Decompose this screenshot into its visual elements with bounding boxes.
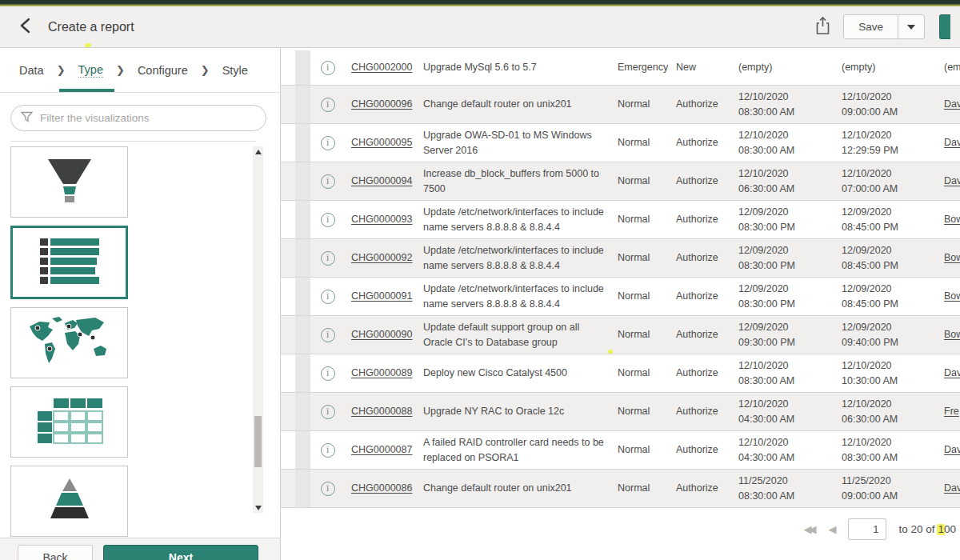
- assigned-to-link[interactable]: Bow: [938, 212, 960, 227]
- info-icon[interactable]: i: [321, 405, 335, 419]
- viz-thumb-map[interactable]: [10, 307, 128, 378]
- viz-thumb-funnel[interactable]: [10, 146, 128, 218]
- row-gutter: [295, 162, 310, 200]
- priority-value: Normal: [611, 97, 670, 112]
- step-configure[interactable]: Configure: [138, 48, 188, 92]
- state-value: Authorize: [670, 174, 732, 189]
- planned-start-date: 12/09/2020 09:30:00 PM: [732, 320, 835, 350]
- planned-start-date: 12/09/2020 08:30:00 PM: [732, 282, 835, 312]
- table-row[interactable]: i CHG0000086 Change default router on un…: [281, 470, 960, 508]
- assigned-to-link[interactable]: Dav: [938, 481, 960, 496]
- pagination-bar: ◀◀ ◀ to 20 of 100: [281, 508, 960, 550]
- scroll-down-icon[interactable]: [253, 502, 263, 513]
- table-row[interactable]: i CHG0000091 Update /etc/network/interfa…: [281, 278, 960, 316]
- table-row[interactable]: i CHG0000087 A failed RAID controller ca…: [281, 431, 960, 470]
- priority-value: Normal: [611, 404, 670, 419]
- scroll-up-icon[interactable]: [253, 146, 263, 157]
- assigned-to-link[interactable]: Dav: [938, 174, 960, 189]
- planned-end-date: 11/25/2020 09:00:00 AM: [835, 474, 938, 504]
- info-icon[interactable]: i: [321, 98, 335, 112]
- back-button[interactable]: Back: [18, 545, 93, 560]
- record-number-link[interactable]: CHG0000088: [345, 404, 417, 419]
- table-row[interactable]: i CHG0000092 Update /etc/network/interfa…: [281, 239, 960, 278]
- table-row[interactable]: i CHG0000093 Update /etc/network/interfa…: [281, 201, 960, 239]
- app-header: Create a report Save: [0, 6, 960, 48]
- step-data[interactable]: Data: [19, 48, 44, 92]
- row-gutter: [295, 239, 310, 277]
- chevron-right-icon: [201, 48, 210, 92]
- planned-start-date: 12/10/2020 04:30:00 AM: [732, 397, 835, 427]
- assigned-to-link[interactable]: Bow: [938, 327, 960, 342]
- info-icon[interactable]: i: [321, 482, 335, 496]
- record-number-link[interactable]: CHG0000091: [345, 289, 417, 304]
- clipped-primary-button[interactable]: [939, 14, 950, 39]
- assigned-to-link[interactable]: Bow: [938, 250, 960, 266]
- info-icon[interactable]: i: [321, 213, 335, 227]
- viz-list-scrollbar[interactable]: [253, 146, 263, 513]
- assigned-to-link[interactable]: Dav: [938, 366, 960, 381]
- step-type[interactable]: Type: [78, 48, 103, 92]
- next-button[interactable]: Next: [103, 545, 258, 560]
- state-value: Authorize: [670, 212, 732, 227]
- record-number-link[interactable]: CHG0000086: [345, 481, 417, 496]
- info-icon[interactable]: i: [321, 61, 335, 75]
- assigned-to-link[interactable]: Dav: [938, 97, 960, 112]
- state-value: Authorize: [670, 250, 732, 266]
- row-left-margin: [281, 162, 295, 200]
- planned-start-date: 12/09/2020 08:30:00 PM: [732, 205, 835, 235]
- record-number-link[interactable]: CHG0000087: [345, 442, 417, 458]
- row-left-margin: [281, 393, 295, 430]
- scrollbar-thumb[interactable]: [254, 416, 262, 467]
- table-row[interactable]: i CHG0000089 Deploy new Cisco Catalyst 4…: [281, 354, 960, 393]
- assigned-to-link[interactable]: Bow: [938, 289, 960, 304]
- planned-start-date: (empty): [732, 60, 835, 75]
- planned-end-date: 12/10/2020 08:30:00 AM: [835, 435, 938, 466]
- record-number-link[interactable]: CHG0000093: [345, 212, 417, 227]
- table-row[interactable]: i CHG0000095 Upgrade OWA-SD-01 to MS Win…: [281, 124, 960, 162]
- record-number-link[interactable]: CHG0000090: [345, 327, 417, 342]
- record-number-link[interactable]: CHG0002000: [345, 60, 417, 75]
- assigned-to-link[interactable]: Dav: [938, 442, 960, 458]
- info-icon[interactable]: i: [321, 328, 335, 342]
- assigned-to-link[interactable]: Dav: [938, 135, 960, 150]
- back-arrow-button[interactable]: [14, 17, 35, 38]
- assigned-to-link[interactable]: Fre: [938, 404, 960, 419]
- viz-thumb-pivot-table[interactable]: [10, 386, 128, 458]
- chevron-right-icon: [116, 48, 125, 92]
- share-button[interactable]: [814, 14, 832, 39]
- filter-visualizations-box: [10, 105, 266, 131]
- filter-visualizations-input[interactable]: [40, 112, 256, 124]
- viz-thumb-list[interactable]: [10, 226, 128, 299]
- record-number-link[interactable]: CHG0000096: [345, 97, 417, 112]
- priority-value: Normal: [611, 212, 670, 227]
- table-row[interactable]: i CHG0002000 Upgrade MySql 5.6 to 5.7 Em…: [281, 50, 960, 86]
- previous-page-button[interactable]: ◀: [828, 523, 836, 535]
- table-row[interactable]: i CHG0000096 Change default router on un…: [281, 86, 960, 124]
- info-icon[interactable]: i: [321, 136, 335, 150]
- row-gutter: [295, 470, 310, 507]
- info-icon[interactable]: i: [321, 174, 335, 189]
- save-menu-button[interactable]: [898, 14, 925, 39]
- info-icon[interactable]: i: [321, 290, 335, 304]
- table-row[interactable]: i CHG0000088 Upgrade NY RAC to Oracle 12…: [281, 393, 960, 431]
- info-icon[interactable]: i: [321, 251, 335, 266]
- step-style[interactable]: Style: [222, 48, 248, 92]
- table-row[interactable]: i CHG0000094 Increase db_block_buffers f…: [281, 162, 960, 201]
- record-number-link[interactable]: CHG0000094: [345, 174, 417, 189]
- short-description: Upgrade MySql 5.6 to 5.7: [417, 60, 611, 75]
- table-row[interactable]: i CHG0000090 Update default support grou…: [281, 316, 960, 354]
- scrolled-item-edge: [10, 141, 256, 142]
- save-button[interactable]: Save: [843, 14, 898, 39]
- record-number-link[interactable]: CHG0000089: [345, 366, 417, 381]
- first-page-button[interactable]: ◀◀: [803, 523, 816, 535]
- page-number-input[interactable]: [848, 518, 886, 540]
- row-gutter: [295, 431, 310, 469]
- row-left-margin: [281, 239, 295, 277]
- record-number-link[interactable]: CHG0000092: [345, 250, 417, 266]
- filter-funnel-icon: [21, 111, 33, 126]
- row-left-margin: [281, 354, 295, 392]
- info-icon[interactable]: i: [321, 443, 335, 458]
- viz-thumb-pyramid[interactable]: [10, 466, 128, 537]
- record-number-link[interactable]: CHG0000095: [345, 135, 417, 150]
- info-icon[interactable]: i: [321, 366, 335, 381]
